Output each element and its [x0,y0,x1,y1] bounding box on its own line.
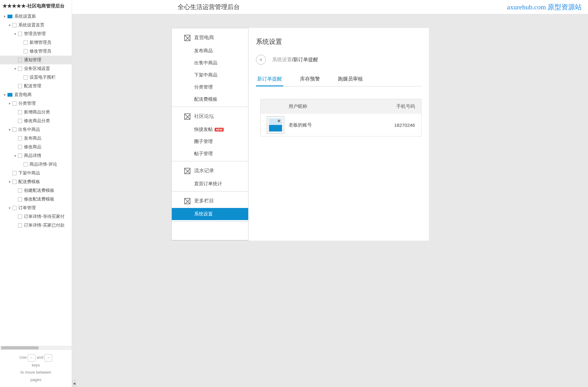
left-sidebar: ★★★★★-社区电商管理后台 ▼系统设置新▼系统设置首页▼管理员管理新增管理员修… [0,0,72,387]
collapse-sidebar-button[interactable]: ◀ [72,380,76,387]
tree-item-label: 系统设置首页 [18,22,44,28]
tree-item[interactable]: 修改商品分类 [0,117,72,125]
menu-link[interactable]: 分类管理 [172,81,248,93]
tab[interactable]: 跑腿员审核 [337,72,364,86]
nav-help-text: Use ← and → keys to move between pages [0,350,72,387]
menu-link-label: 快捷发帖 [194,127,213,132]
tab[interactable]: 新订单提醒 [256,72,283,86]
page-icon [18,84,22,88]
tree-item-label: 通知管理 [24,57,41,63]
menu-panel: 直营电商发布商品出售中商品下架中商品分类管理配送费模板社区论坛快捷发帖NEW圈子… [171,28,248,241]
tree-item-label: 新增管理员 [30,40,51,45]
page-icon [12,127,16,132]
menu-link[interactable]: 系统设置 [172,208,248,220]
menu-link[interactable]: 发布商品 [172,45,248,57]
menu-link-label: 圈子管理 [194,139,213,145]
tree-item[interactable]: 订单详情-买家已付款 [0,221,72,230]
caret-icon: ▼ [14,32,17,36]
tree-item-label: 订单详情-买家已付款 [24,223,65,228]
tree-item[interactable]: 创建配送费模板 [0,186,72,195]
back-button[interactable]: < [256,55,266,65]
tree-item[interactable]: 配送管理 [0,82,72,90]
menu-section: 流水记录直营订单统计 [172,161,248,191]
tree-item[interactable]: 修改商品 [0,143,72,151]
caret-icon: ▼ [14,154,17,158]
menu-section: 更多栏目系统设置 [172,191,248,222]
tree-item[interactable]: ▼系统设置新 [0,12,72,21]
page-icon [24,162,28,167]
placeholder-icon [184,113,190,120]
page-icon [18,110,22,114]
col-phone: 手机号码 [394,104,415,109]
tree-item[interactable]: ▼配送费模板 [0,177,72,186]
page-icon [18,214,22,219]
content-panel: 系统设置 < 系统设置 / 新订单提醒 新订单提醒库存预警跑腿员审核 用户昵称 … [248,28,429,241]
tree-item[interactable]: ▼直营电商 [0,90,72,99]
main-area: 全心生活运营管理后台 axurehub.com 原型资源站 直营电商发布商品出售… [72,0,588,387]
tree-item-label: 系统设置新 [14,14,36,19]
tree-item[interactable]: 商品详情-评论 [0,160,72,169]
tree-item-label: 修改管理员 [30,48,51,54]
menu-link[interactable]: 配送费模板 [172,93,248,105]
folder-icon [7,15,12,18]
tree-item[interactable]: 新增管理员 [0,38,72,47]
table-row[interactable]: 老板的账号18270246 [261,114,421,136]
image-icon [269,118,282,131]
menu-link[interactable]: 下架中商品 [172,69,248,81]
page-icon [18,197,22,201]
content-title: 系统设置 [256,37,422,46]
breadcrumb-root[interactable]: 系统设置 [272,57,292,63]
menu-link-label: 系统设置 [194,211,213,217]
page-icon [18,154,22,158]
tree-item-label: 直营电商 [14,92,32,98]
tree-item[interactable]: 新增商品分类 [0,108,72,117]
tree-item-label: 创建配送费模板 [24,188,54,193]
menu-section: 直营电商发布商品出售中商品下架中商品分类管理配送费模板 [172,28,248,107]
tree-item[interactable]: 修改管理员 [0,47,72,56]
tree-item-label: 商品详情 [24,153,41,159]
tree-item[interactable]: 发布商品 [0,134,72,143]
page-icon [24,40,28,45]
menu-section-label: 直营电商 [194,35,214,41]
tree-item[interactable]: ▼出售中商品 [0,125,72,134]
breadcrumb-current: 新订单提醒 [293,57,318,63]
tree-item-label: 修改配送费模板 [24,196,54,202]
col-nickname: 用户昵称 [289,104,394,109]
tree-item[interactable]: ▼分类管理 [0,99,72,108]
menu-section-head: 流水记录 [172,161,248,178]
tree-item[interactable]: 订单详情-等待买家付 [0,212,72,221]
menu-link[interactable]: 直营订单统计 [172,178,248,190]
tree-item[interactable]: 下架中商品 [0,169,72,177]
menu-link[interactable]: 帖子管理 [172,148,248,160]
tree-item[interactable]: ▼系统设置首页 [0,21,72,30]
tree-item-label: 新增商品分类 [24,109,50,115]
page-icon [24,75,28,80]
page-icon [18,136,22,141]
header-bar: 全心生活运营管理后台 axurehub.com 原型资源站 [72,0,588,14]
page-icon [12,171,16,175]
menu-link-label: 配送费模板 [194,96,217,102]
page-icon [18,67,22,71]
caret-icon: ▼ [14,67,17,71]
placeholder-icon [184,198,190,204]
tree-item[interactable]: 通知管理 [0,56,72,64]
tree-item-label: 商品详情-评论 [30,162,57,167]
menu-link-label: 出售中商品 [194,60,217,66]
menu-link[interactable]: 出售中商品 [172,57,248,69]
horizontal-scrollbar[interactable] [0,346,72,350]
menu-link[interactable]: 圈子管理 [172,136,248,148]
tree-item-label: 订单管理 [18,205,36,211]
tree-item[interactable]: ▼管理员管理 [0,30,72,38]
tree-item[interactable]: ▼业务区域设置 [0,64,72,73]
tree-item[interactable]: 设置电子围栏 [0,73,72,82]
tree-item[interactable]: ▼商品详情 [0,151,72,160]
left-key-icon: ← [28,354,35,362]
tree-item[interactable]: ▼订单管理 [0,204,72,212]
tab[interactable]: 库存预警 [299,72,321,86]
caret-icon: ▼ [8,180,12,184]
tree-item[interactable]: 修改配送费模板 [0,195,72,204]
breadcrumb: < 系统设置 / 新订单提醒 [256,55,422,65]
watermark: axurehub.com 原型资源站 [507,2,582,12]
page-icon [18,223,22,228]
menu-link[interactable]: 快捷发帖NEW [172,123,248,136]
